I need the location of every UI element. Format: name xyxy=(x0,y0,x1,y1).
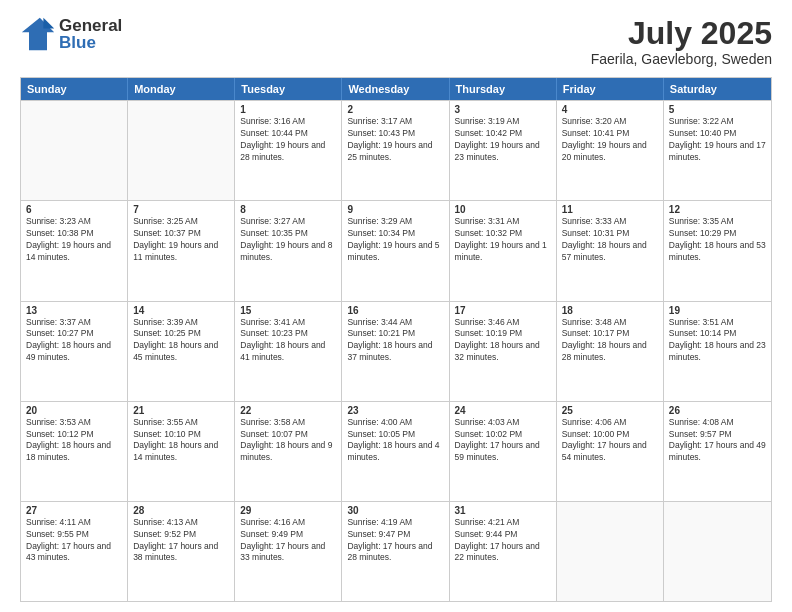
cell-info-line: Sunset: 10:21 PM xyxy=(347,328,443,340)
cell-info-line: Daylight: 19 hours and 14 minutes. xyxy=(26,240,122,264)
cell-info-line: Sunrise: 3:33 AM xyxy=(562,216,658,228)
cell-info-line: Sunrise: 3:23 AM xyxy=(26,216,122,228)
cell-info-line: Sunset: 10:44 PM xyxy=(240,128,336,140)
day-number: 10 xyxy=(455,204,551,215)
cell-info-line: Daylight: 19 hours and 20 minutes. xyxy=(562,140,658,164)
cell-info-line: Daylight: 18 hours and 32 minutes. xyxy=(455,340,551,364)
table-row: 25Sunrise: 4:06 AMSunset: 10:00 PMDaylig… xyxy=(557,402,664,501)
week-row-3: 13Sunrise: 3:37 AMSunset: 10:27 PMDaylig… xyxy=(21,301,771,401)
cell-info-line: Sunset: 10:12 PM xyxy=(26,429,122,441)
cell-info-line: Sunset: 10:41 PM xyxy=(562,128,658,140)
table-row: 19Sunrise: 3:51 AMSunset: 10:14 PMDaylig… xyxy=(664,302,771,401)
cell-info-line: Sunset: 10:05 PM xyxy=(347,429,443,441)
header-day-sunday: Sunday xyxy=(21,78,128,100)
cell-info-line: Daylight: 18 hours and 37 minutes. xyxy=(347,340,443,364)
cell-info-line: Daylight: 18 hours and 14 minutes. xyxy=(133,440,229,464)
table-row: 2Sunrise: 3:17 AMSunset: 10:43 PMDayligh… xyxy=(342,101,449,200)
cell-info-line: Sunrise: 4:03 AM xyxy=(455,417,551,429)
cell-info-line: Sunrise: 3:58 AM xyxy=(240,417,336,429)
day-number: 30 xyxy=(347,505,443,516)
cell-info-line: Daylight: 18 hours and 49 minutes. xyxy=(26,340,122,364)
cell-info-line: Sunset: 10:00 PM xyxy=(562,429,658,441)
cell-info-line: Sunrise: 4:11 AM xyxy=(26,517,122,529)
cell-info-line: Sunrise: 3:16 AM xyxy=(240,116,336,128)
cell-info-line: Sunrise: 4:16 AM xyxy=(240,517,336,529)
cell-info-line: Sunrise: 3:19 AM xyxy=(455,116,551,128)
cell-info-line: Daylight: 18 hours and 4 minutes. xyxy=(347,440,443,464)
cell-info-line: Daylight: 17 hours and 54 minutes. xyxy=(562,440,658,464)
week-row-4: 20Sunrise: 3:53 AMSunset: 10:12 PMDaylig… xyxy=(21,401,771,501)
cell-info-line: Sunrise: 3:55 AM xyxy=(133,417,229,429)
cell-info-line: Sunset: 10:31 PM xyxy=(562,228,658,240)
cell-info-line: Sunrise: 4:19 AM xyxy=(347,517,443,529)
day-number: 28 xyxy=(133,505,229,516)
cell-info-line: Sunrise: 3:44 AM xyxy=(347,317,443,329)
day-number: 19 xyxy=(669,305,766,316)
table-row: 12Sunrise: 3:35 AMSunset: 10:29 PMDaylig… xyxy=(664,201,771,300)
header-day-saturday: Saturday xyxy=(664,78,771,100)
cell-info-line: Sunrise: 4:06 AM xyxy=(562,417,658,429)
table-row xyxy=(557,502,664,601)
logo-wrapper: General Blue xyxy=(20,16,122,52)
table-row: 29Sunrise: 4:16 AMSunset: 9:49 PMDayligh… xyxy=(235,502,342,601)
cell-info-line: Daylight: 17 hours and 59 minutes. xyxy=(455,440,551,464)
cell-info-line: Daylight: 18 hours and 18 minutes. xyxy=(26,440,122,464)
day-number: 4 xyxy=(562,104,658,115)
cell-info-line: Sunset: 10:10 PM xyxy=(133,429,229,441)
cell-info-line: Sunset: 10:29 PM xyxy=(669,228,766,240)
cell-info-line: Daylight: 18 hours and 45 minutes. xyxy=(133,340,229,364)
cell-info-line: Sunset: 10:32 PM xyxy=(455,228,551,240)
cell-info-line: Sunset: 10:23 PM xyxy=(240,328,336,340)
subtitle: Faerila, Gaevleborg, Sweden xyxy=(591,51,772,67)
table-row: 28Sunrise: 4:13 AMSunset: 9:52 PMDayligh… xyxy=(128,502,235,601)
day-number: 17 xyxy=(455,305,551,316)
day-number: 31 xyxy=(455,505,551,516)
table-row: 20Sunrise: 3:53 AMSunset: 10:12 PMDaylig… xyxy=(21,402,128,501)
cell-info-line: Daylight: 19 hours and 28 minutes. xyxy=(240,140,336,164)
day-number: 2 xyxy=(347,104,443,115)
table-row: 1Sunrise: 3:16 AMSunset: 10:44 PMDayligh… xyxy=(235,101,342,200)
day-number: 25 xyxy=(562,405,658,416)
day-number: 5 xyxy=(669,104,766,115)
cell-info-line: Daylight: 19 hours and 8 minutes. xyxy=(240,240,336,264)
day-number: 21 xyxy=(133,405,229,416)
cell-info-line: Daylight: 17 hours and 49 minutes. xyxy=(669,440,766,464)
cell-info-line: Sunrise: 3:20 AM xyxy=(562,116,658,128)
table-row: 27Sunrise: 4:11 AMSunset: 9:55 PMDayligh… xyxy=(21,502,128,601)
cell-info-line: Sunset: 10:07 PM xyxy=(240,429,336,441)
table-row: 6Sunrise: 3:23 AMSunset: 10:38 PMDayligh… xyxy=(21,201,128,300)
cell-info-line: Daylight: 17 hours and 28 minutes. xyxy=(347,541,443,565)
cell-info-line: Sunrise: 3:29 AM xyxy=(347,216,443,228)
cell-info-line: Sunset: 9:47 PM xyxy=(347,529,443,541)
header-day-tuesday: Tuesday xyxy=(235,78,342,100)
table-row: 16Sunrise: 3:44 AMSunset: 10:21 PMDaylig… xyxy=(342,302,449,401)
table-row: 4Sunrise: 3:20 AMSunset: 10:41 PMDayligh… xyxy=(557,101,664,200)
table-row: 14Sunrise: 3:39 AMSunset: 10:25 PMDaylig… xyxy=(128,302,235,401)
header-day-friday: Friday xyxy=(557,78,664,100)
cell-info-line: Daylight: 18 hours and 9 minutes. xyxy=(240,440,336,464)
cell-info-line: Daylight: 18 hours and 57 minutes. xyxy=(562,240,658,264)
cell-info-line: Sunset: 10:27 PM xyxy=(26,328,122,340)
cell-info-line: Daylight: 19 hours and 1 minute. xyxy=(455,240,551,264)
header-day-thursday: Thursday xyxy=(450,78,557,100)
cell-info-line: Sunrise: 3:17 AM xyxy=(347,116,443,128)
table-row: 18Sunrise: 3:48 AMSunset: 10:17 PMDaylig… xyxy=(557,302,664,401)
day-number: 16 xyxy=(347,305,443,316)
cell-info-line: Sunset: 10:43 PM xyxy=(347,128,443,140)
cell-info-line: Sunrise: 3:22 AM xyxy=(669,116,766,128)
calendar-body: 1Sunrise: 3:16 AMSunset: 10:44 PMDayligh… xyxy=(21,100,771,601)
day-number: 24 xyxy=(455,405,551,416)
cell-info-line: Daylight: 18 hours and 53 minutes. xyxy=(669,240,766,264)
cell-info-line: Daylight: 17 hours and 22 minutes. xyxy=(455,541,551,565)
cell-info-line: Sunrise: 3:46 AM xyxy=(455,317,551,329)
cell-info-line: Sunset: 9:52 PM xyxy=(133,529,229,541)
table-row: 30Sunrise: 4:19 AMSunset: 9:47 PMDayligh… xyxy=(342,502,449,601)
cell-info-line: Sunset: 9:49 PM xyxy=(240,529,336,541)
day-number: 27 xyxy=(26,505,122,516)
cell-info-line: Sunrise: 3:48 AM xyxy=(562,317,658,329)
cell-info-line: Sunset: 10:35 PM xyxy=(240,228,336,240)
table-row xyxy=(21,101,128,200)
cell-info-line: Sunset: 9:55 PM xyxy=(26,529,122,541)
table-row: 13Sunrise: 3:37 AMSunset: 10:27 PMDaylig… xyxy=(21,302,128,401)
table-row: 24Sunrise: 4:03 AMSunset: 10:02 PMDaylig… xyxy=(450,402,557,501)
